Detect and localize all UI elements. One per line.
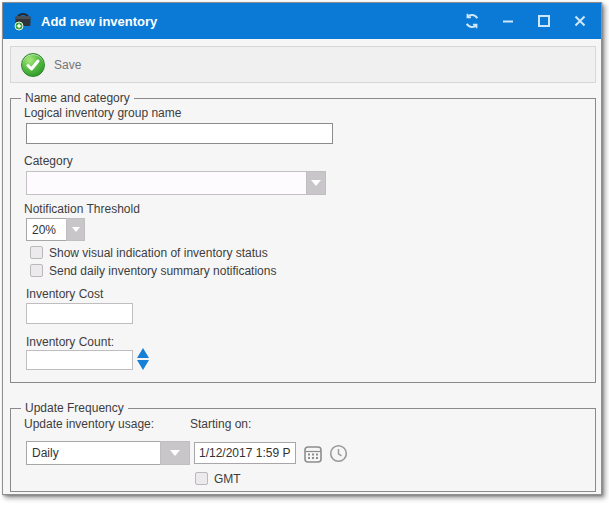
calendar-icon[interactable]: [302, 443, 323, 464]
usage-value: Daily: [26, 441, 160, 465]
refresh-icon[interactable]: [461, 10, 483, 32]
category-value: [26, 171, 306, 195]
usage-dropdown[interactable]: Daily: [26, 441, 190, 465]
update-frequency-legend: Update Frequency: [21, 401, 128, 415]
visual-indication-checkbox[interactable]: [30, 246, 43, 259]
toolbar: Save: [10, 46, 596, 83]
visual-indication-checkbox-label: Show visual indication of inventory stat…: [49, 246, 268, 260]
maximize-icon[interactable]: [533, 10, 555, 32]
gmt-checkbox[interactable]: [195, 472, 208, 485]
name-and-category-legend: Name and category: [21, 91, 134, 105]
inventory-count-label: Inventory Count:: [26, 335, 114, 349]
threshold-value: 20%: [26, 218, 66, 241]
inventory-cost-input[interactable]: [26, 303, 133, 324]
inventory-count-input[interactable]: [26, 350, 133, 370]
threshold-dropdown[interactable]: 20%: [26, 218, 85, 241]
title-bar[interactable]: Add new inventory: [3, 3, 601, 39]
minimize-icon[interactable]: [497, 10, 519, 32]
window-title: Add new inventory: [41, 14, 157, 29]
clock-icon[interactable]: [328, 443, 348, 463]
save-button[interactable]: Save: [19, 51, 91, 79]
inventory-cost-label: Inventory Cost: [26, 287, 103, 301]
save-check-icon: [21, 53, 45, 77]
starting-on-label: Starting on:: [190, 417, 251, 431]
starting-on-input[interactable]: [194, 442, 296, 464]
threshold-label: Notification Threshold: [24, 202, 140, 216]
spinner-up-icon[interactable]: [137, 348, 149, 358]
save-button-label: Save: [54, 58, 81, 72]
gmt-checkbox-label: GMT: [214, 472, 241, 486]
category-label: Category: [24, 154, 73, 168]
inventory-count-spinner[interactable]: [137, 348, 149, 370]
close-icon[interactable]: [569, 10, 591, 32]
dropdown-arrow-icon[interactable]: [306, 171, 326, 195]
inventory-add-window-icon: [13, 12, 33, 31]
spinner-down-icon[interactable]: [137, 360, 149, 370]
group-name-input[interactable]: [26, 123, 333, 144]
dropdown-arrow-icon[interactable]: [66, 218, 85, 241]
daily-summary-checkbox[interactable]: [30, 264, 43, 277]
add-new-inventory-dialog: Add new inventory: [2, 2, 602, 495]
category-dropdown[interactable]: [26, 171, 326, 195]
group-name-label: Logical inventory group name: [24, 106, 181, 120]
daily-summary-checkbox-label: Send daily inventory summary notificatio…: [49, 264, 276, 278]
usage-label: Update inventory usage:: [24, 417, 154, 431]
dropdown-arrow-icon[interactable]: [160, 441, 190, 465]
